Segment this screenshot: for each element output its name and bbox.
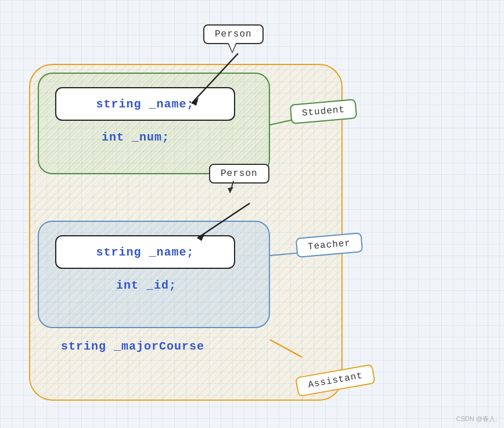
person-bubble-2: Person — [209, 164, 269, 184]
teacher-label: Teacher — [307, 238, 351, 252]
assistant-label: Assistant — [307, 371, 363, 390]
person-bubble-1: Person — [203, 24, 264, 44]
diagram-container: string _name; int _num; string _name; in… — [12, 12, 492, 416]
watermark: CSDN @春人. — [456, 415, 497, 423]
person-label-2: Person — [221, 168, 258, 179]
teacher-name-code-box: string _name; — [55, 235, 235, 269]
student-name-code-box: string _name; — [55, 87, 235, 121]
person-label-1: Person — [215, 29, 252, 39]
teacher-name-code: string _name; — [96, 246, 194, 259]
student-name-code: string _name; — [96, 98, 194, 111]
assistant-field-code: string _majorCourse — [61, 340, 204, 353]
teacher-int-code: int _id; — [116, 279, 177, 292]
student-label: Student — [301, 105, 345, 118]
person2-arrow-svg — [228, 181, 245, 194]
student-int-code: int _num; — [102, 131, 170, 144]
